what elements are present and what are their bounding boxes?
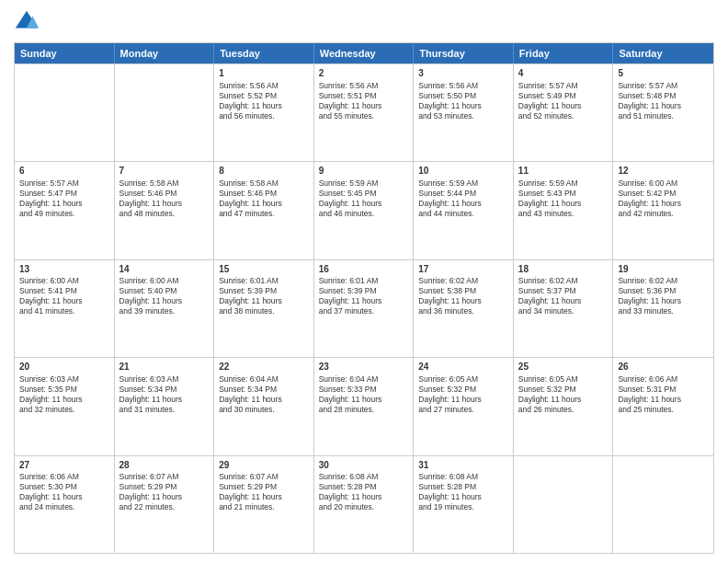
day-number: 23	[319, 361, 409, 373]
day-content: Sunrise: 6:06 AMSunset: 5:30 PMDaylight:…	[19, 472, 109, 512]
day-info-line: Sunrise: 6:02 AM	[418, 276, 508, 286]
day-info-line: and 52 minutes.	[518, 111, 609, 121]
day-content: Sunrise: 6:07 AMSunset: 5:29 PMDaylight:…	[219, 472, 309, 512]
day-number: 14	[119, 263, 210, 276]
day-content: Sunrise: 5:56 AMSunset: 5:50 PMDaylight:…	[418, 81, 508, 121]
day-info-line: Sunset: 5:40 PM	[119, 286, 210, 296]
day-info-line: Daylight: 11 hours	[19, 395, 109, 405]
day-number: 22	[219, 361, 309, 373]
calendar-cell-4: 4Sunrise: 5:57 AMSunset: 5:49 PMDaylight…	[514, 64, 614, 161]
day-number: 15	[219, 263, 309, 276]
day-content: Sunrise: 5:57 AMSunset: 5:49 PMDaylight:…	[518, 81, 609, 121]
day-info-line: Sunrise: 5:58 AM	[219, 178, 309, 189]
calendar-cell-25: 25Sunrise: 6:05 AMSunset: 5:32 PMDayligh…	[514, 358, 614, 454]
calendar-cell-9: 9Sunrise: 5:59 AMSunset: 5:45 PMDaylight…	[314, 162, 415, 259]
day-info-line: Sunset: 5:45 PM	[319, 189, 409, 199]
day-info-line: Sunset: 5:28 PM	[319, 482, 409, 492]
day-content: Sunrise: 6:04 AMSunset: 5:33 PMDaylight:…	[319, 374, 409, 415]
day-info-line: Sunset: 5:34 PM	[219, 385, 309, 395]
day-info-line: Daylight: 11 hours	[518, 199, 609, 209]
day-info-line: and 46 minutes.	[319, 209, 409, 219]
day-content: Sunrise: 6:03 AMSunset: 5:34 PMDaylight:…	[119, 374, 210, 415]
day-info-line: and 39 minutes.	[119, 306, 210, 316]
calendar-cell-empty	[613, 456, 713, 553]
day-content: Sunrise: 6:05 AMSunset: 5:32 PMDaylight:…	[518, 374, 609, 415]
day-info-line: Sunrise: 6:05 AM	[418, 374, 508, 385]
day-info-line: Sunset: 5:36 PM	[618, 286, 709, 296]
calendar-cell-11: 11Sunrise: 5:59 AMSunset: 5:43 PMDayligh…	[514, 162, 614, 259]
day-info-line: Daylight: 11 hours	[618, 199, 709, 209]
day-info-line: and 42 minutes.	[618, 209, 709, 219]
day-info-line: and 44 minutes.	[418, 209, 508, 219]
logo	[14, 9, 43, 35]
day-info-line: Daylight: 11 hours	[119, 199, 210, 209]
day-number: 28	[119, 459, 210, 472]
day-info-line: Sunrise: 6:02 AM	[518, 276, 609, 286]
day-number: 6	[19, 165, 109, 178]
calendar-cell-empty	[15, 64, 115, 161]
day-info-line: Daylight: 11 hours	[19, 199, 109, 209]
day-info-line: Sunset: 5:46 PM	[219, 189, 309, 199]
calendar-cell-22: 22Sunrise: 6:04 AMSunset: 5:34 PMDayligh…	[214, 358, 314, 454]
day-number: 13	[19, 263, 109, 276]
day-info-line: Daylight: 11 hours	[119, 492, 210, 502]
day-info-line: Sunrise: 5:57 AM	[518, 81, 609, 91]
day-number: 24	[418, 361, 508, 373]
day-content: Sunrise: 6:04 AMSunset: 5:34 PMDaylight:…	[219, 374, 309, 415]
day-info-line: Sunset: 5:37 PM	[518, 286, 609, 296]
calendar-cell-26: 26Sunrise: 6:06 AMSunset: 5:31 PMDayligh…	[613, 358, 713, 454]
calendar-cell-13: 13Sunrise: 6:00 AMSunset: 5:41 PMDayligh…	[15, 260, 115, 357]
day-info-line: Sunrise: 6:00 AM	[618, 178, 709, 189]
day-number: 30	[319, 459, 409, 472]
header-day-sunday: Sunday	[15, 43, 115, 63]
day-content: Sunrise: 6:08 AMSunset: 5:28 PMDaylight:…	[319, 472, 409, 512]
day-info-line: Daylight: 11 hours	[119, 296, 210, 306]
day-info-line: Daylight: 11 hours	[618, 101, 709, 111]
day-info-line: Sunrise: 5:57 AM	[618, 81, 709, 91]
day-info-line: and 53 minutes.	[418, 111, 508, 121]
day-content: Sunrise: 6:08 AMSunset: 5:28 PMDaylight:…	[418, 472, 508, 512]
day-info-line: Daylight: 11 hours	[219, 492, 309, 502]
calendar-header: SundayMondayTuesdayWednesdayThursdayFrid…	[15, 43, 713, 63]
day-info-line: Daylight: 11 hours	[19, 296, 109, 306]
day-info-line: Sunrise: 5:56 AM	[219, 81, 309, 91]
day-content: Sunrise: 6:02 AMSunset: 5:37 PMDaylight:…	[518, 276, 609, 316]
day-info-line: Daylight: 11 hours	[418, 492, 508, 502]
day-number: 7	[119, 165, 210, 178]
day-number: 18	[518, 263, 609, 276]
calendar-cell-23: 23Sunrise: 6:04 AMSunset: 5:33 PMDayligh…	[314, 358, 415, 454]
day-info-line: Daylight: 11 hours	[319, 296, 409, 306]
day-content: Sunrise: 6:01 AMSunset: 5:39 PMDaylight:…	[319, 276, 409, 316]
day-info-line: and 19 minutes.	[418, 502, 508, 512]
day-info-line: and 22 minutes.	[119, 502, 210, 512]
day-info-line: and 24 minutes.	[19, 502, 109, 512]
day-number: 2	[319, 67, 409, 80]
day-number: 5	[618, 67, 709, 80]
logo-icon	[14, 9, 40, 35]
day-content: Sunrise: 5:56 AMSunset: 5:52 PMDaylight:…	[219, 81, 309, 121]
calendar-cell-31: 31Sunrise: 6:08 AMSunset: 5:28 PMDayligh…	[414, 456, 514, 553]
day-number: 8	[219, 165, 309, 178]
header-day-saturday: Saturday	[613, 43, 713, 63]
day-content: Sunrise: 6:00 AMSunset: 5:40 PMDaylight:…	[119, 276, 210, 316]
day-info-line: Daylight: 11 hours	[219, 395, 309, 405]
day-info-line: Daylight: 11 hours	[319, 395, 409, 405]
calendar-cell-12: 12Sunrise: 6:00 AMSunset: 5:42 PMDayligh…	[613, 162, 713, 259]
day-info-line: Sunrise: 5:56 AM	[418, 81, 508, 91]
day-info-line: and 32 minutes.	[19, 405, 109, 415]
day-info-line: Sunset: 5:51 PM	[319, 91, 409, 101]
day-info-line: Sunset: 5:52 PM	[219, 91, 309, 101]
day-content: Sunrise: 6:00 AMSunset: 5:41 PMDaylight:…	[19, 276, 109, 316]
calendar-cell-8: 8Sunrise: 5:58 AMSunset: 5:46 PMDaylight…	[214, 162, 314, 259]
day-info-line: Sunrise: 5:56 AM	[319, 81, 409, 91]
day-info-line: and 26 minutes.	[518, 405, 609, 415]
day-info-line: Sunset: 5:31 PM	[618, 385, 709, 395]
day-content: Sunrise: 6:00 AMSunset: 5:42 PMDaylight:…	[618, 178, 709, 219]
calendar-cell-30: 30Sunrise: 6:08 AMSunset: 5:28 PMDayligh…	[314, 456, 415, 553]
day-info-line: Sunrise: 6:06 AM	[618, 374, 709, 385]
day-number: 17	[418, 263, 508, 276]
calendar-cell-17: 17Sunrise: 6:02 AMSunset: 5:38 PMDayligh…	[414, 260, 514, 357]
day-info-line: and 28 minutes.	[319, 405, 409, 415]
day-content: Sunrise: 5:57 AMSunset: 5:48 PMDaylight:…	[618, 81, 709, 121]
calendar-cell-1: 1Sunrise: 5:56 AMSunset: 5:52 PMDaylight…	[214, 64, 314, 161]
